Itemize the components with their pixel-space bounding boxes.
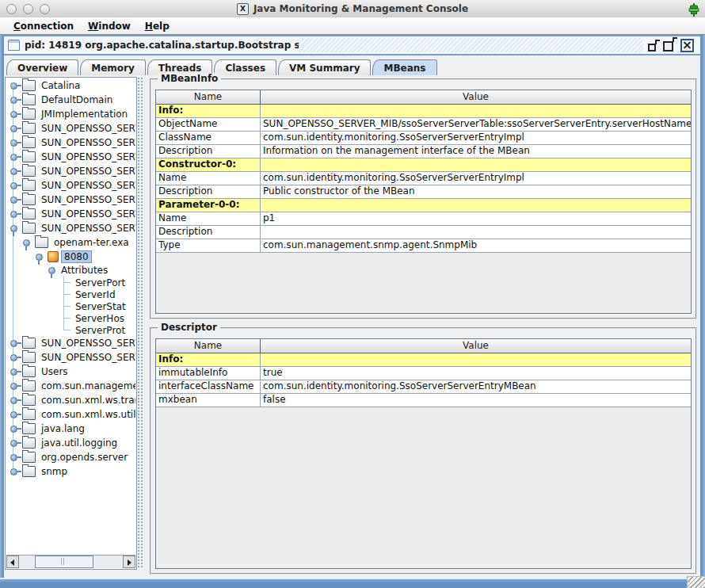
tree-toggle-icon[interactable] <box>10 339 21 347</box>
scroll-left-icon[interactable] <box>6 556 19 568</box>
tree-toggle-icon[interactable] <box>10 153 21 161</box>
table-row[interactable]: Description Information on the managemen… <box>156 145 691 158</box>
tree-toggle-icon[interactable] <box>10 468 21 475</box>
tree-toggle-icon[interactable] <box>10 196 21 204</box>
frame-close-icon[interactable] <box>680 39 694 52</box>
tree-item[interactable]: org.opends.server <box>6 450 135 464</box>
frame-title: pid: 14819 org.apache.catalina.startup.B… <box>25 40 320 51</box>
tree-item[interactable]: Users <box>6 365 135 379</box>
tree-toggle-icon[interactable] <box>48 266 59 274</box>
tab[interactable]: Memory <box>80 59 146 75</box>
tree-item[interactable]: SUN_OPENSSO_SERV <box>6 336 135 350</box>
tree-item-label: SUN_OPENSSO_SERV <box>39 223 135 234</box>
tree-item[interactable]: SUN_OPENSSO_SERV <box>6 136 135 150</box>
table-row[interactable]: Info: <box>156 105 691 118</box>
table-row[interactable]: Parameter-0-0: <box>156 199 691 212</box>
tab[interactable]: Classes <box>214 59 276 75</box>
tree-item[interactable]: ServerPort <box>6 277 135 288</box>
tree-item[interactable]: SUN_OPENSSO_SERV <box>6 193 135 207</box>
tree-toggle-icon[interactable] <box>10 181 21 189</box>
tree-toggle-icon[interactable] <box>10 396 21 404</box>
tree-item[interactable]: java.util.logging <box>6 436 135 450</box>
tree-toggle-icon[interactable] <box>10 110 21 118</box>
tree-toggle-icon[interactable] <box>10 453 21 461</box>
tree-toggle-icon[interactable] <box>10 210 21 218</box>
scrollbar-track[interactable] <box>19 556 123 568</box>
tree-toggle-icon[interactable] <box>22 239 33 246</box>
tree-toggle-icon[interactable] <box>10 139 21 147</box>
tree-item[interactable]: com.sun.xml.ws.util <box>6 407 135 422</box>
close-window-icon[interactable] <box>6 4 17 14</box>
window-bottom-border <box>0 578 705 588</box>
tree-toggle-icon[interactable] <box>10 353 21 361</box>
tree-toggle-icon[interactable] <box>10 167 21 175</box>
table-row[interactable]: Name com.sun.identity.monitoring.SsoServ… <box>156 172 691 185</box>
tree-toggle-icon[interactable] <box>10 124 21 132</box>
menu-item[interactable]: Help <box>138 19 177 33</box>
tree-toggle-icon[interactable] <box>10 96 21 104</box>
table-row[interactable]: immutableInfo true <box>156 367 691 380</box>
tab[interactable]: MBeans <box>372 59 436 75</box>
table-row[interactable]: Constructor-0: <box>156 158 691 172</box>
table-row[interactable]: Info: <box>156 353 691 367</box>
tree-toggle-icon[interactable] <box>10 425 21 433</box>
split-pane-divider[interactable] <box>137 77 143 568</box>
resize-grip[interactable] <box>687 576 705 588</box>
tree-toggle-icon[interactable] <box>10 439 21 447</box>
table-row[interactable]: mxbean false <box>156 394 691 407</box>
tree-item[interactable]: SUN_OPENSSO_SERV <box>6 164 135 178</box>
row-name-cell: Description <box>156 185 261 198</box>
table-row[interactable]: ClassName com.sun.identity.monitoring.Ss… <box>156 132 691 145</box>
tree-item[interactable]: SUN_OPENSSO_SERV <box>6 121 135 136</box>
table-row[interactable]: Description Public constructor of the MB… <box>156 185 691 199</box>
table-row[interactable]: Name p1 <box>156 212 691 226</box>
internal-frame-titlebar[interactable]: pid: 14819 org.apache.catalina.startup.B… <box>4 35 700 55</box>
tree-toggle-icon[interactable] <box>10 382 21 390</box>
tree-toggle-icon[interactable] <box>10 224 21 232</box>
tree-item[interactable]: ServerStat <box>6 300 135 312</box>
frame-minimize-icon[interactable] <box>648 44 656 52</box>
menu-item[interactable]: Window <box>81 19 138 33</box>
tree-toggle-icon[interactable] <box>10 82 21 90</box>
table-row[interactable]: Description <box>156 226 691 239</box>
tree-item[interactable]: ServerHos <box>6 312 135 324</box>
scroll-right-icon[interactable] <box>123 556 135 568</box>
zoom-window-icon[interactable] <box>40 4 50 14</box>
tab[interactable]: VM Summary <box>278 59 371 75</box>
tree-node-icon <box>22 452 36 463</box>
tree-item[interactable]: JMImplementation <box>6 107 135 121</box>
tree-item[interactable]: Attributes <box>6 263 135 277</box>
frame-maximize-icon[interactable] <box>663 41 673 52</box>
tree-item[interactable]: SUN_OPENSSO_SERV <box>6 207 135 221</box>
tree-item[interactable]: SUN_OPENSSO_SERV <box>6 350 135 365</box>
descriptor-table-header: Name Value <box>156 339 691 353</box>
tree-connector <box>60 288 71 300</box>
tree-toggle-icon[interactable] <box>10 368 21 376</box>
tree-item[interactable]: DefaultDomain <box>6 93 135 107</box>
tree-item[interactable]: snmp <box>6 464 135 479</box>
tree-item[interactable]: ServerId <box>6 288 135 300</box>
tree-item[interactable]: ServerProt <box>6 324 135 336</box>
table-row[interactable]: Type com.sun.management.snmp.agent.SnmpM… <box>156 239 691 253</box>
row-name-cell: Type <box>156 239 261 252</box>
tree-node-icon <box>35 237 48 248</box>
minimize-window-icon[interactable] <box>23 4 33 14</box>
tree-item[interactable]: Catalina <box>6 78 135 93</box>
tree-item[interactable]: java.lang <box>6 422 135 436</box>
tree-toggle-icon[interactable] <box>10 410 21 418</box>
tree-item[interactable]: com.sun.xml.ws.tran <box>6 393 135 407</box>
tree-item[interactable]: SUN_OPENSSO_SERV <box>6 178 135 193</box>
frame-content: Catalina DefaultDomain JMImplementation … <box>4 75 700 578</box>
table-row[interactable]: interfaceClassName com.sun.identity.moni… <box>156 380 691 394</box>
tree-item[interactable]: openam-ter.exa <box>6 235 135 250</box>
menu-item[interactable]: Connection <box>6 19 81 33</box>
tree-item[interactable]: com.sun.manageme <box>6 379 135 393</box>
scrollbar-thumb[interactable] <box>35 556 93 568</box>
tree-item[interactable]: SUN_OPENSSO_SERV <box>6 150 135 164</box>
tree-toggle-icon[interactable] <box>35 253 46 261</box>
tree-horizontal-scrollbar[interactable] <box>6 555 135 568</box>
tab[interactable]: Overview <box>6 59 78 75</box>
tree-item[interactable]: 8080 <box>6 250 135 263</box>
table-row[interactable]: ObjectName SUN_OPENSSO_SERVER_MIB/ssoSer… <box>156 118 691 132</box>
tree-item[interactable]: SUN_OPENSSO_SERV <box>6 221 135 235</box>
